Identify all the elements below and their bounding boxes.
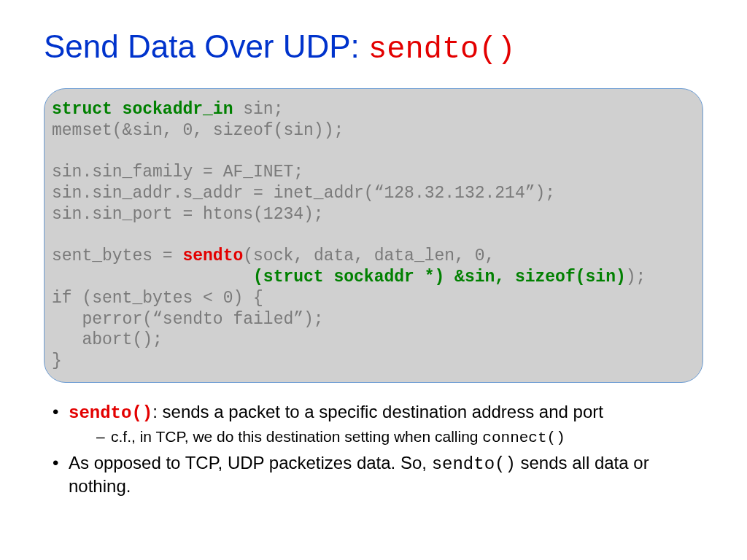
code-block: struct sockaddr_in sin; memset(&sin, 0, … (44, 88, 703, 383)
bullet-2-text-a: As opposed to TCP, UDP packetizes data. … (69, 453, 432, 472)
code-text: if (sent_bytes < 0) { (52, 289, 263, 308)
bullet-2-code: sendto() (432, 454, 516, 474)
code-text: sin; (233, 100, 283, 119)
bullet-item-2: As opposed to TCP, UDP packetizes data. … (44, 452, 703, 497)
code-text: sin.sin_port = htons(1234); (52, 205, 324, 224)
bullet-1-text: : sends a packet to a specific destinati… (152, 402, 603, 421)
sub-bullet-1: c.f., in TCP, we do this destination set… (69, 427, 703, 448)
slide-title: Send Data Over UDP: sendto() (44, 29, 703, 66)
title-text-red: sendto() (368, 32, 516, 67)
code-text: sin.sin_addr.s_addr = inet_addr(“128.32.… (52, 184, 555, 203)
code-text: (sock, data, data_len, 0, (243, 246, 495, 265)
sub-bullet-1-code: connect() (482, 429, 565, 446)
code-text: abort(); (52, 330, 163, 349)
code-text: ); (626, 268, 646, 287)
code-text: perror(“sendto failed”); (52, 310, 324, 329)
code-keyword-struct: struct sockaddr_in (52, 100, 233, 119)
code-text: } (52, 351, 62, 370)
code-text: memset(&sin, 0, sizeof(sin)); (52, 121, 344, 140)
bullet-1-keyword: sendto() (69, 403, 152, 423)
slide: Send Data Over UDP: sendto() struct sock… (0, 0, 747, 560)
bullet-item-1: sendto(): sends a packet to a specific d… (44, 401, 703, 448)
code-text (52, 268, 253, 287)
title-text-blue: Send Data Over UDP: (44, 28, 368, 64)
code-keyword-sendto: sendto (182, 246, 243, 265)
sub-bullet-1-text: c.f., in TCP, we do this destination set… (111, 428, 482, 445)
code-text: sent_bytes = (52, 246, 182, 265)
bullet-list: sendto(): sends a packet to a specific d… (44, 401, 703, 497)
code-text: sin.sin_family = AF_INET; (52, 163, 303, 182)
code-cast-green: (struct sockaddr *) &sin, sizeof(sin) (253, 268, 626, 287)
sub-bullet-list: c.f., in TCP, we do this destination set… (69, 427, 703, 448)
